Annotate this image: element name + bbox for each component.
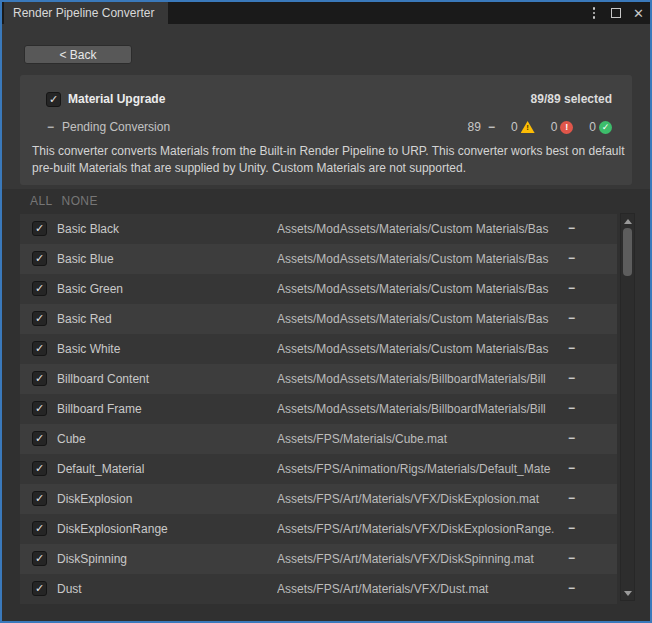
row-checkbox[interactable]: ✓ [32,401,47,416]
converter-title-row: ✓ Material Upgrade 89/89 selected [46,90,612,108]
row-label: DiskExplosionRange [57,522,168,536]
material-row[interactable]: ✓ Default_Material Assets/FPS/Animation/… [20,454,617,484]
pending-conversion-row: − Pending Conversion 89 − 0 ! 0 ! 0 ✓ [47,118,612,136]
material-row[interactable]: ✓ Basic Green Assets/ModAssets/Materials… [20,274,617,304]
row-status-dash: − [568,581,575,595]
row-checkbox[interactable]: ✓ [32,431,47,446]
row-status-dash: − [568,551,575,565]
material-row[interactable]: ✓ Cube Assets/FPS/Materials/Cube.mat − [20,424,617,454]
converter-description: This converter converts Materials from t… [32,143,626,177]
row-status-dash: − [568,311,575,325]
material-row[interactable]: ✓ DiskExplosionRange Assets/FPS/Art/Mate… [20,514,617,544]
row-label: Basic Black [57,222,119,236]
scrollbar-thumb[interactable] [623,228,632,276]
row-label: Basic White [57,342,120,356]
row-path: Assets/FPS/Art/Materials/VFX/DiskExplosi… [277,492,565,506]
row-status-dash: − [568,401,575,415]
success-icon: ✓ [599,121,612,134]
row-status-dash: − [568,461,575,475]
material-row[interactable]: ✓ DiskExplosion Assets/FPS/Art/Materials… [20,484,617,514]
row-status-dash: − [568,341,575,355]
material-row[interactable]: ✓ Basic White Assets/ModAssets/Materials… [20,334,617,364]
row-label: Default_Material [57,462,144,476]
tab-render-pipeline-converter[interactable]: Render Pipeline Converter [4,2,168,24]
pending-count-dash-icon: − [488,120,495,134]
materials-section: ALL NONE ✓ Basic Black Assets/ModAssets/… [2,189,650,621]
render-pipeline-converter-window: Render Pipeline Converter ✕ < Back ✓ Mat… [0,0,652,623]
row-path: Assets/FPS/Art/Materials/VFX/Dust.mat [277,582,565,596]
material-row[interactable]: ✓ Basic Black Assets/ModAssets/Materials… [20,214,617,244]
converter-checkbox[interactable]: ✓ [46,92,61,107]
window-controls: ✕ [589,2,644,24]
row-label: DiskSpinning [57,552,127,566]
row-checkbox[interactable]: ✓ [32,311,47,326]
vertical-scrollbar[interactable] [620,213,635,601]
row-status-dash: − [568,521,575,535]
row-status-dash: − [568,251,575,265]
titlebar: Render Pipeline Converter ✕ [2,2,650,24]
row-path: Assets/ModAssets/Materials/Custom Materi… [277,222,565,236]
row-path: Assets/FPS/Art/Materials/VFX/DiskSpinnin… [277,552,565,566]
status-counts: 89 − 0 ! 0 ! 0 ✓ [468,120,612,134]
row-path: Assets/ModAssets/Materials/BillboardMate… [277,372,565,386]
back-button[interactable]: < Back [24,45,132,64]
row-checkbox[interactable]: ✓ [32,341,47,356]
kebab-menu-icon[interactable] [589,7,599,19]
row-label: Basic Blue [57,252,114,266]
maximize-icon[interactable] [611,8,621,18]
material-row[interactable]: ✓ Dust Assets/FPS/Art/Materials/VFX/Dust… [20,574,617,604]
success-count: 0 [589,120,596,134]
row-checkbox[interactable]: ✓ [32,221,47,236]
row-checkbox[interactable]: ✓ [32,551,47,566]
row-checkbox[interactable]: ✓ [32,521,47,536]
row-label: Billboard Frame [57,402,142,416]
select-none-button[interactable]: NONE [62,194,98,208]
row-status-dash: − [568,221,575,235]
materials-list: ✓ Basic Black Assets/ModAssets/Materials… [20,214,617,604]
close-icon[interactable]: ✕ [633,7,644,20]
row-checkbox[interactable]: ✓ [32,371,47,386]
warning-icon: ! [521,121,535,133]
row-path: Assets/FPS/Animation/Rigs/Materials/Defa… [277,462,565,476]
pending-label: Pending Conversion [62,120,170,134]
row-status-dash: − [568,371,575,385]
pending-dash-icon: − [47,120,54,134]
row-checkbox[interactable]: ✓ [32,491,47,506]
row-status-dash: − [568,431,575,445]
material-row[interactable]: ✓ Billboard Content Assets/ModAssets/Mat… [20,364,617,394]
warning-count: 0 [511,120,518,134]
row-status-dash: − [568,281,575,295]
material-row[interactable]: ✓ Billboard Frame Assets/ModAssets/Mater… [20,394,617,424]
pending-count: 89 [468,120,481,134]
row-path: Assets/FPS/Materials/Cube.mat [277,432,565,446]
material-row[interactable]: ✓ Basic Red Assets/ModAssets/Materials/C… [20,304,617,334]
row-status-dash: − [568,491,575,505]
converter-name: Material Upgrade [68,92,165,106]
tab-title: Render Pipeline Converter [13,6,154,20]
row-label: Basic Green [57,282,123,296]
material-row[interactable]: ✓ Basic Blue Assets/ModAssets/Materials/… [20,244,617,274]
row-checkbox[interactable]: ✓ [32,461,47,476]
row-path: Assets/ModAssets/Materials/BillboardMate… [277,402,565,416]
row-checkbox[interactable]: ✓ [32,251,47,266]
row-path: Assets/ModAssets/Materials/Custom Materi… [277,282,565,296]
row-label: Cube [57,432,86,446]
row-label: Dust [57,582,82,596]
error-icon: ! [560,121,573,134]
row-path: Assets/FPS/Art/Materials/VFX/DiskExplosi… [277,522,565,536]
row-path: Assets/ModAssets/Materials/Custom Materi… [277,312,565,326]
row-path: Assets/ModAssets/Materials/Custom Materi… [277,252,565,266]
select-all-button[interactable]: ALL [30,194,53,208]
scroll-down-icon[interactable] [621,587,634,599]
material-row[interactable]: ✓ DiskSpinning Assets/FPS/Art/Materials/… [20,544,617,574]
row-checkbox[interactable]: ✓ [32,581,47,596]
back-button-label: < Back [59,48,96,62]
error-count: 0 [551,120,558,134]
converter-panel: ✓ Material Upgrade 89/89 selected − Pend… [20,75,632,185]
row-label: Basic Red [57,312,112,326]
selected-count: 89/89 selected [531,92,612,106]
row-label: DiskExplosion [57,492,132,506]
row-checkbox[interactable]: ✓ [32,281,47,296]
scroll-up-icon[interactable] [621,215,634,227]
row-path: Assets/ModAssets/Materials/Custom Materi… [277,342,565,356]
